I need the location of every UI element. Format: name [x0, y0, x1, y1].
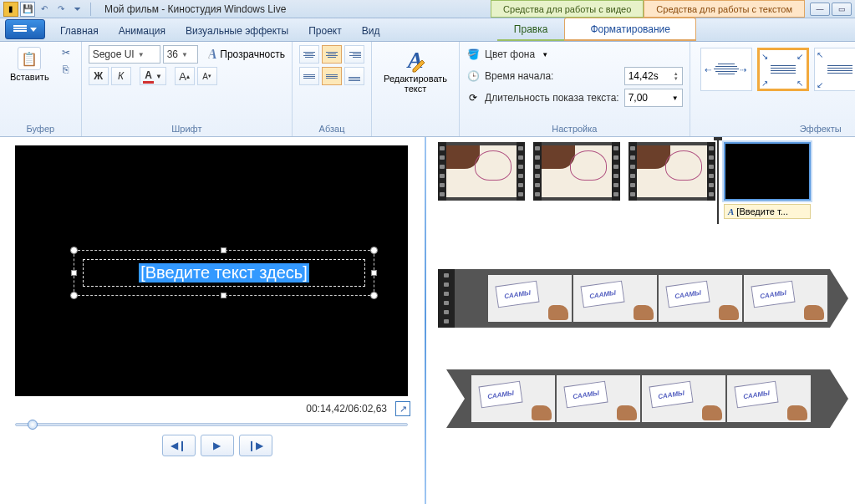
italic-button[interactable]: К: [111, 67, 131, 85]
clip-1[interactable]: [438, 142, 525, 201]
transparency-icon: A: [208, 47, 217, 62]
title-clip[interactable]: [724, 142, 811, 201]
grow-font-button[interactable]: A▴: [175, 67, 195, 85]
tab-view[interactable]: Вид: [352, 20, 390, 41]
ribbon-group-buffer: 📋 Вставить ✂ ⎘ Буфер: [0, 42, 82, 136]
app-icon[interactable]: ▮: [3, 2, 18, 17]
text-box[interactable]: [Введите текст здесь]: [74, 250, 374, 296]
paste-button[interactable]: 📋 Вставить: [7, 45, 53, 84]
preview-pane: [Введите текст здесь] 00:14,42/06:02,63 …: [0, 137, 426, 504]
timeline-pane: A[Введите т... СААМЫ СААМЫ СААМЫ СААМЫ С…: [426, 137, 855, 504]
save-icon[interactable]: 💾: [20, 2, 35, 17]
shrink-font-button[interactable]: A▾: [197, 67, 217, 85]
cut-icon[interactable]: ✂: [58, 45, 74, 60]
play-button[interactable]: ▶: [201, 435, 234, 456]
font-family-combo[interactable]: Segoe UI▼: [89, 45, 160, 64]
tab-edit[interactable]: Правка: [497, 18, 565, 39]
prev-frame-button[interactable]: ◀❙: [162, 435, 196, 456]
redo-icon[interactable]: ↷: [53, 2, 69, 17]
quick-access-toolbar: ▮ 💾 ↶ ↷ ⏷: [3, 2, 85, 17]
qat-customize-icon[interactable]: ⏷: [70, 2, 85, 17]
strip-thumb: СААМЫ: [557, 375, 640, 422]
copy-icon[interactable]: ⎘: [58, 62, 74, 77]
duration-label: Длительность показа текста:: [485, 92, 619, 104]
context-tab-video[interactable]: Средства для работы с видео: [491, 0, 644, 18]
strip-thumb: СААМЫ: [744, 275, 827, 322]
strip-thumb: СААМЫ: [471, 375, 555, 422]
clip-2[interactable]: [533, 142, 620, 201]
file-menu-button[interactable]: [5, 19, 45, 39]
clip-row-1: A[Введите т...: [438, 142, 848, 219]
tab-format[interactable]: Форматирование: [564, 18, 696, 39]
minimize-button[interactable]: —: [810, 3, 830, 16]
tab-project[interactable]: Проект: [298, 20, 352, 41]
strip-thumb: СААМЫ: [642, 375, 725, 422]
transparency-button[interactable]: A Прозрачность: [208, 45, 285, 64]
effect-tile-2[interactable]: ↘↙ ↗↖: [757, 48, 809, 91]
ribbon: 📋 Вставить ✂ ⎘ Буфер Segoe UI▼ 36▼ A Про…: [0, 42, 855, 137]
clock-icon: 🕒: [466, 69, 480, 83]
clipboard-icon: 📋: [18, 47, 41, 70]
duration-icon: ⟳: [466, 91, 480, 104]
next-frame-button[interactable]: ❙▶: [239, 435, 272, 456]
text-placeholder[interactable]: [Введите текст здесь]: [139, 263, 309, 283]
strip-thumb: СААМЫ: [488, 275, 572, 322]
titlebar: ▮ 💾 ↶ ↷ ⏷ Мой фильм - Киностудия Windows…: [0, 0, 855, 18]
tab-visual-effects[interactable]: Визуальные эффекты: [176, 20, 298, 41]
ribbon-group-edit-text: A Редактировать текст .: [372, 42, 460, 136]
bold-button[interactable]: Ж: [89, 67, 109, 85]
duration-input[interactable]: 7,00▼: [624, 89, 683, 107]
ribbon-group-settings: 🪣 Цвет фона ▼ 🕒 Время начала: 14,42s▲▼ ⟳…: [460, 42, 690, 136]
window-title: Мой фильм - Киностудия Windows Live: [104, 3, 286, 15]
main-content: [Введите текст здесь] 00:14,42/06:02,63 …: [0, 137, 855, 504]
ribbon-group-effects: ⇠⇢ ↘↙ ↗↖ ↖↗ ↙↘ ▲ ▼ ▾: [690, 42, 855, 136]
start-time-input[interactable]: 14,42s▲▼: [624, 67, 683, 85]
seek-thumb[interactable]: [28, 420, 38, 430]
video-preview[interactable]: [Введите текст здесь]: [15, 145, 408, 396]
align-middle-button[interactable]: [322, 67, 342, 85]
edit-text-icon: A: [408, 47, 424, 74]
playhead[interactable]: [717, 137, 719, 224]
strip-thumb: СААМЫ: [573, 275, 657, 322]
context-tab-text[interactable]: Средства для работы с текстом: [644, 0, 805, 18]
effect-tile-3[interactable]: ↖↗ ↙↘: [814, 48, 855, 91]
font-color-button[interactable]: A▼: [140, 67, 166, 85]
edit-text-button[interactable]: A Редактировать текст: [379, 45, 452, 95]
ribbon-group-paragraph: Абзац: [293, 42, 372, 136]
align-top-button[interactable]: [299, 67, 319, 85]
bg-color-button[interactable]: 🪣 Цвет фона ▼: [466, 45, 683, 64]
effect-tile-1[interactable]: ⇠⇢: [700, 48, 752, 91]
clip-3[interactable]: [629, 142, 715, 201]
tab-home[interactable]: Главная: [50, 20, 109, 41]
tab-animation[interactable]: Анимация: [109, 20, 176, 41]
align-center-button[interactable]: [322, 45, 342, 64]
strip-row-2[interactable]: СААМЫ СААМЫ СААМЫ СААМЫ: [438, 369, 848, 428]
fullscreen-button[interactable]: ↗: [395, 401, 410, 416]
align-left-button[interactable]: [299, 45, 319, 64]
maximize-button[interactable]: ▭: [832, 3, 852, 16]
strip-row-1[interactable]: СААМЫ СААМЫ СААМЫ СААМЫ: [438, 269, 848, 328]
strip-thumb: СААМЫ: [659, 275, 742, 322]
title-clip-container: A[Введите т...: [724, 142, 811, 219]
window-controls: — ▭: [810, 3, 852, 16]
paint-bucket-icon: 🪣: [466, 48, 480, 61]
undo-icon[interactable]: ↶: [37, 2, 52, 17]
strip-thumb: СААМЫ: [727, 375, 811, 422]
seek-slider[interactable]: [15, 423, 408, 426]
svg-marker-0: [413, 60, 425, 72]
ribbon-group-font: Segoe UI▼ 36▼ A Прозрачность Ж К A▼ A▴ A…: [82, 42, 293, 136]
title-clip-label[interactable]: A[Введите т...: [724, 204, 811, 219]
time-display: 00:14,42/06:02,63: [306, 403, 387, 415]
align-bottom-button[interactable]: [344, 67, 364, 85]
start-time-label: Время начала:: [485, 70, 553, 82]
align-right-button[interactable]: [344, 45, 364, 64]
ribbon-tabs: Главная Анимация Визуальные эффекты Прое…: [0, 18, 855, 42]
font-size-combo[interactable]: 36▼: [163, 45, 198, 64]
